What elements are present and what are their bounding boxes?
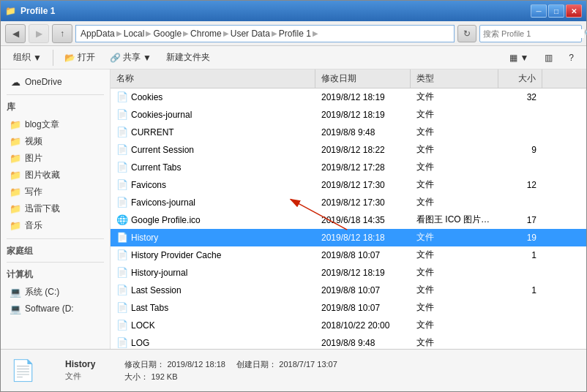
- file-name-text: Favicons: [131, 180, 166, 190]
- file-name-cell: 📄 LOCK: [111, 317, 315, 333]
- sidebar-item-pictures[interactable]: 📁 图片: [1, 150, 110, 167]
- path-profile1[interactable]: Profile 1: [279, 29, 311, 39]
- status-details: 修改日期： 2019/8/12 18:18 创建日期： 2018/7/17 13…: [124, 359, 337, 382]
- status-filename: History: [65, 359, 95, 369]
- file-type-cell: 文件: [411, 159, 498, 176]
- sidebar-item-video[interactable]: 📁 视频: [1, 133, 110, 150]
- sidebar-divider-3: [7, 262, 104, 263]
- col-header-date[interactable]: 修改日期: [315, 69, 411, 88]
- back-button[interactable]: ◀: [5, 24, 26, 43]
- sidebar-item-music[interactable]: 📁 音乐: [1, 217, 110, 234]
- file-list-header: 名称 修改日期 类型 大小: [111, 69, 586, 88]
- file-date-cell: 2019/8/8 10:07: [315, 301, 411, 315]
- sidebar-item-blog[interactable]: 📁 blog文章: [1, 116, 110, 133]
- sidebar-divider-2: [7, 238, 104, 239]
- table-row[interactable]: 📄 Favicons-journal 2019/8/12 17:30 文件: [111, 194, 586, 211]
- path-appdata[interactable]: AppData: [81, 29, 115, 39]
- file-icon: 📄: [116, 91, 128, 103]
- file-type-cell: 文件: [411, 334, 498, 349]
- file-date-cell: 2018/10/22 20:00: [315, 318, 411, 333]
- sidebar-item-c-drive[interactable]: 💻 系统 (C:): [1, 284, 110, 301]
- sidebar-d-drive-label: Software (D:: [25, 304, 74, 314]
- sidebar-picturecollection-label: 图片收藏: [25, 169, 60, 181]
- maximize-button[interactable]: □: [548, 4, 564, 18]
- open-button[interactable]: 📂 打开: [58, 48, 102, 67]
- file-icon: 📄: [116, 127, 128, 138]
- explorer-window: 📁 Profile 1 ─ □ ✕ ◀ ▶ ↑ AppData ▶ Local …: [0, 0, 587, 392]
- table-row[interactable]: 📄 Last Session 2019/8/8 10:07 文件 1: [111, 282, 586, 299]
- path-local[interactable]: Local: [124, 29, 145, 39]
- title-bar: 📁 Profile 1 ─ □ ✕: [1, 1, 586, 21]
- file-type-cell: 文件: [411, 124, 498, 140]
- new-folder-button[interactable]: 新建文件夹: [160, 48, 217, 67]
- file-name-text: Current Tabs: [131, 162, 181, 173]
- open-label: 打开: [78, 51, 95, 64]
- sidebar-item-onedrive[interactable]: ☁ OneDrive: [1, 74, 110, 90]
- table-row[interactable]: 📄 Last Tabs 2019/8/8 10:07 文件: [111, 299, 586, 317]
- view-button[interactable]: ▦ ▼: [503, 48, 535, 67]
- help-button[interactable]: ?: [562, 48, 580, 67]
- address-bar: ◀ ▶ ↑ AppData ▶ Local ▶ Google ▶ Chrome …: [1, 21, 586, 46]
- table-row[interactable]: 🌐 Google Profile.ico 2019/6/18 14:35 看图王…: [111, 211, 586, 229]
- share-button[interactable]: 🔗 共享 ▼: [103, 48, 158, 67]
- status-bar: 📄 History 文件 修改日期： 2019/8/12 18:18 创建日期：…: [1, 349, 586, 391]
- path-userdata[interactable]: User Data: [231, 29, 270, 39]
- file-size-cell: 19: [498, 230, 542, 245]
- file-type-cell: 文件: [411, 246, 498, 263]
- forward-button[interactable]: ▶: [29, 24, 49, 43]
- table-row[interactable]: 📄 Favicons 2019/8/12 17:30 文件 12: [111, 176, 586, 194]
- c-drive-icon: 💻: [10, 287, 21, 298]
- col-header-size[interactable]: 大小: [498, 69, 542, 88]
- file-date-cell: 2019/8/8 10:07: [315, 283, 411, 298]
- file-name-text: Favicons-journal: [131, 197, 195, 208]
- search-icon: 🔍: [584, 29, 587, 39]
- share-icon: 🔗: [110, 53, 121, 63]
- table-row[interactable]: 📄 History Provider Cache 2019/8/8 10:07 …: [111, 246, 586, 264]
- file-date-cell: 2019/8/12 18:22: [315, 143, 411, 157]
- up-button[interactable]: ↑: [52, 24, 72, 43]
- table-row[interactable]: 📄 Current Tabs 2019/8/12 17:28 文件: [111, 159, 586, 176]
- file-type-cell: 文件: [411, 88, 498, 105]
- file-icon: 📄: [116, 109, 128, 121]
- search-input[interactable]: [483, 29, 584, 38]
- col-header-name[interactable]: 名称: [111, 69, 315, 88]
- file-type-cell: 文件: [411, 106, 498, 123]
- sidebar-item-thunder[interactable]: 📁 迅雷下载: [1, 200, 110, 217]
- close-button[interactable]: ✕: [566, 4, 582, 18]
- video-folder-icon: 📁: [10, 136, 21, 148]
- table-row[interactable]: 📄 Cookies 2019/8/12 18:19 文件 32: [111, 88, 586, 106]
- preview-button[interactable]: ▥: [538, 48, 559, 67]
- path-google[interactable]: Google: [153, 29, 182, 39]
- table-row[interactable]: 📄 History 2019/8/12 18:18 文件 19: [111, 229, 586, 246]
- minimize-button[interactable]: ─: [531, 4, 547, 18]
- file-name-cell: 📄 Current Session: [111, 142, 315, 158]
- search-box[interactable]: 🔍: [479, 25, 582, 42]
- refresh-button[interactable]: ↻: [457, 25, 476, 42]
- sidebar-item-writing[interactable]: 📁 写作: [1, 184, 110, 200]
- path-chrome[interactable]: Chrome: [190, 29, 222, 39]
- table-row[interactable]: 📄 LOCK 2018/10/22 20:00 文件: [111, 317, 586, 334]
- file-name-cell: 📄 Favicons: [111, 177, 315, 193]
- sidebar-item-picturecollection[interactable]: 📁 图片收藏: [1, 167, 110, 184]
- table-row[interactable]: 📄 History-journal 2019/8/12 18:19 文件: [111, 264, 586, 282]
- sidebar-video-label: 视频: [25, 135, 42, 148]
- table-row[interactable]: 📄 LOG 2019/8/8 9:48 文件: [111, 334, 586, 349]
- file-icon: 📄: [116, 144, 128, 156]
- file-type-cell: 文件: [411, 282, 498, 298]
- writing-folder-icon: 📁: [10, 186, 21, 198]
- content-area: ☁ OneDrive 库 📁 blog文章 📁 视频 📁 图片: [1, 69, 586, 349]
- col-header-type[interactable]: 类型: [411, 69, 498, 88]
- file-name-cell: 📄 Cookies-journal: [111, 107, 315, 123]
- organize-button[interactable]: 组织 ▼: [7, 48, 48, 67]
- sidebar-item-d-drive[interactable]: 💻 Software (D:: [1, 301, 110, 317]
- table-row[interactable]: 📄 Cookies-journal 2019/8/12 18:19 文件: [111, 106, 586, 124]
- file-name-text: Current Session: [131, 145, 194, 155]
- file-type-cell: 文件: [411, 176, 498, 193]
- table-row[interactable]: 📄 Current Session 2019/8/12 18:22 文件 9: [111, 141, 586, 159]
- address-path[interactable]: AppData ▶ Local ▶ Google ▶ Chrome ▶ User…: [75, 25, 455, 42]
- file-date-cell: 2019/6/18 14:35: [315, 213, 411, 227]
- file-type-cell: 文件: [411, 264, 498, 281]
- table-row[interactable]: 📄 CURRENT 2019/8/8 9:48 文件: [111, 124, 586, 141]
- sidebar-section-computer: 💻 系统 (C:) 💻 Software (D:: [1, 282, 110, 318]
- title-bar-controls: ─ □ ✕: [531, 4, 582, 18]
